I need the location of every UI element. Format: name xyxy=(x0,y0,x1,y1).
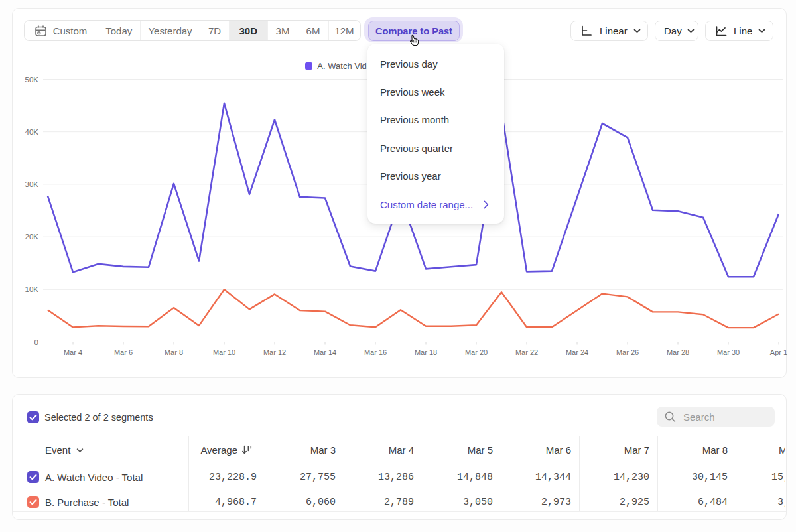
svg-text:50K: 50K xyxy=(25,76,39,84)
svg-text:0: 0 xyxy=(34,338,38,346)
svg-text:Mar 18: Mar 18 xyxy=(415,348,437,356)
svg-text:Apr 1: Apr 1 xyxy=(770,348,787,356)
svg-text:10K: 10K xyxy=(25,285,39,293)
svg-text:20K: 20K xyxy=(25,233,39,241)
svg-text:Mar 26: Mar 26 xyxy=(616,348,639,356)
svg-text:Mar 10: Mar 10 xyxy=(213,348,235,356)
svg-text:Mar 8: Mar 8 xyxy=(165,348,183,356)
svg-text:Mar 20: Mar 20 xyxy=(465,348,488,356)
svg-text:Mar 4: Mar 4 xyxy=(64,348,82,356)
svg-text:Mar 14: Mar 14 xyxy=(314,348,336,356)
svg-text:30K: 30K xyxy=(25,180,39,188)
svg-text:Mar 16: Mar 16 xyxy=(364,348,387,356)
svg-text:Mar 28: Mar 28 xyxy=(667,348,689,356)
svg-text:Mar 22: Mar 22 xyxy=(515,348,538,356)
svg-text:40K: 40K xyxy=(25,128,39,136)
svg-text:Mar 30: Mar 30 xyxy=(717,348,740,356)
svg-text:Mar 6: Mar 6 xyxy=(114,348,133,356)
svg-text:Mar 24: Mar 24 xyxy=(566,348,588,356)
svg-text:Mar 12: Mar 12 xyxy=(263,348,286,356)
